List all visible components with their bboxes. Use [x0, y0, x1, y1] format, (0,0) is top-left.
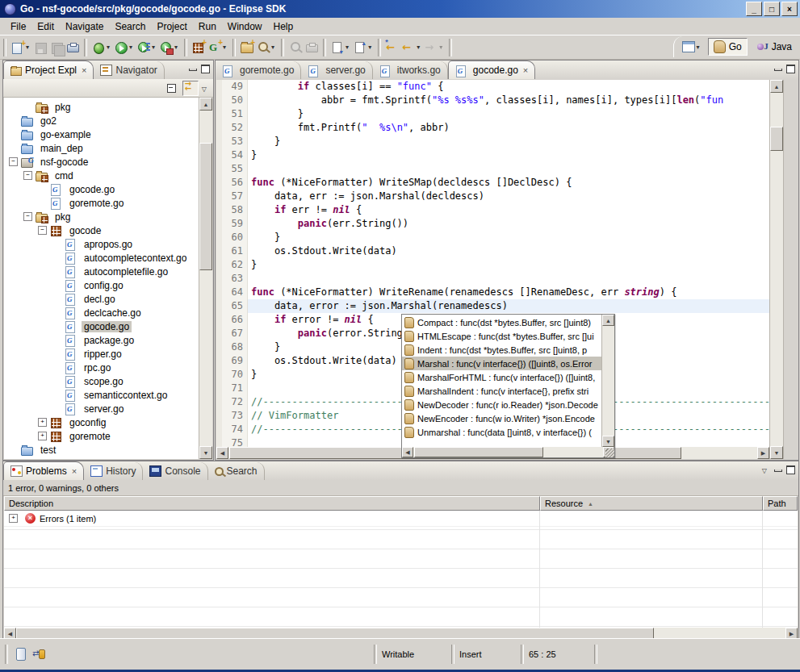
tree-item-server.go[interactable]: server.go [4, 402, 199, 415]
tree-item-rpc.go[interactable]: rpc.go [4, 361, 199, 374]
menu-item-run[interactable]: Run [193, 19, 222, 34]
scroll-left-arrow[interactable]: ◀ [216, 447, 228, 459]
menu-item-project[interactable]: Project [151, 19, 192, 34]
tree-item-autocompletefile.go[interactable]: autocompletefile.go [4, 265, 199, 278]
new-go-element-button[interactable]: G+▾ [207, 38, 229, 57]
chevron-down-icon[interactable]: ▾ [438, 44, 444, 51]
tree-item-apropos.go[interactable]: apropos.go [4, 237, 199, 251]
code-line[interactable]: 49 if classes[i] == "func" { [216, 80, 769, 94]
chevron-down-icon[interactable]: ▾ [128, 44, 134, 51]
tab-history[interactable]: History [84, 462, 143, 480]
tree-item-decl.go[interactable]: decl.go [4, 292, 199, 306]
tree-item-go-example[interactable]: go-example [4, 127, 199, 141]
code-line[interactable]: 54 } [216, 148, 769, 162]
print-button[interactable] [65, 38, 81, 57]
popup-resize-grip[interactable] [605, 449, 614, 457]
tree-item-package.go[interactable]: package.go [4, 333, 199, 347]
tree-item-scope.go[interactable]: scope.go [4, 374, 199, 388]
chevron-down-icon[interactable]: ▾ [344, 44, 350, 51]
code-text[interactable]: fmt.Printf(" %s\n", abbr) [248, 121, 769, 135]
tree-item-gocode[interactable]: − gocode [4, 223, 199, 237]
menu-item-edit[interactable]: Edit [31, 19, 60, 34]
tree-expander[interactable]: − [23, 212, 32, 221]
collapse-all-button[interactable] [165, 81, 179, 95]
code-text[interactable] [248, 162, 769, 176]
view-menu-button[interactable]: ▽ [762, 465, 767, 474]
chevron-down-icon[interactable]: ▾ [173, 44, 179, 51]
perspective-go-button[interactable]: Go [708, 38, 748, 56]
link-with-editor-button[interactable] [182, 81, 199, 96]
completion-item[interactable]: NewEncoder : func(w io.Writer) *json.Enc… [402, 411, 601, 425]
tab-console[interactable]: Console [143, 462, 207, 480]
column-header-path[interactable]: Path [763, 496, 798, 511]
code-text[interactable]: data, error := json.Marshal(renamedescs) [248, 299, 769, 313]
code-line[interactable]: 57 data, err := json.Marshal(decldescs) [216, 190, 769, 203]
tab-search[interactable]: Search [208, 462, 265, 480]
maximize-editor-button[interactable] [785, 64, 796, 73]
tree-item-goremote.go[interactable]: goremote.go [4, 196, 199, 210]
chevron-down-icon[interactable]: ▾ [415, 44, 421, 51]
tab-project-explorer[interactable]: Project Expl × [3, 61, 94, 79]
menu-item-help[interactable]: Help [268, 19, 299, 34]
tree-item-gocode.go[interactable]: gocode.go [4, 319, 199, 333]
code-line[interactable]: 64 func (*NiceFormatter) WriteRename(ren… [216, 286, 769, 299]
code-text[interactable]: } [248, 135, 769, 148]
completion-item[interactable]: Compact : func(dst *bytes.Buffer, src []… [402, 315, 601, 329]
tab-problems[interactable]: Problems × [3, 461, 84, 480]
tree-item-gocode.go[interactable]: gocode.go [4, 182, 199, 196]
scrollbar-thumb[interactable] [414, 447, 543, 457]
column-header-resource[interactable]: Resource▲ [540, 496, 763, 511]
code-text[interactable]: abbr = fmt.Sprintf("%s %s%s", classes[i]… [248, 94, 769, 107]
scrollbar-thumb[interactable] [199, 143, 212, 270]
tree-item-config.go[interactable]: config.go [4, 278, 199, 292]
tree-item-test[interactable]: test [4, 443, 199, 457]
problems-row[interactable]: + × Errors (1 item) [4, 511, 798, 527]
chevron-down-icon[interactable]: ▾ [150, 44, 157, 51]
fast-view-icon[interactable] [16, 648, 26, 661]
tree-expander[interactable]: + [38, 418, 47, 427]
tree-item-nsf-gocode[interactable]: − nsf-gocode [4, 155, 199, 169]
debug-button[interactable]: ▾ [90, 38, 113, 57]
code-line[interactable]: 51 } [216, 107, 769, 121]
scroll-down-arrow[interactable]: ▼ [770, 446, 783, 459]
perspective-java-button[interactable]: Java [752, 40, 797, 54]
menu-item-navigate[interactable]: Navigate [60, 19, 109, 34]
tree-item-semanticcontext.go[interactable]: semanticcontext.go [4, 388, 199, 402]
maximize-view-button[interactable] [200, 64, 211, 73]
code-text[interactable]: } [248, 231, 769, 244]
code-text[interactable]: } [248, 258, 769, 272]
tree-item-autocompletecontext.go[interactable]: autocompletecontext.go [4, 251, 199, 265]
editor-tab-server.go[interactable]: server.go [301, 61, 372, 79]
code-line[interactable]: 60 } [216, 231, 769, 244]
code-text[interactable]: } [248, 107, 769, 121]
code-line[interactable]: 53 } [216, 135, 769, 148]
minimize-editor-button[interactable] [773, 64, 783, 73]
run-history-button[interactable]: ▾ [136, 38, 158, 57]
tree-item-cmd[interactable]: − cmd [4, 169, 199, 182]
new-go-package-button[interactable]: + [191, 38, 207, 57]
view-menu-button[interactable]: ▽ [202, 83, 207, 93]
code-text[interactable]: func (*NiceFormatter) WriteRename(rename… [248, 286, 769, 299]
maximize-window-button[interactable]: □ [764, 2, 780, 16]
tree-item-pkg[interactable]: pkg [4, 100, 199, 114]
menu-item-window[interactable]: Window [222, 19, 268, 34]
tree-item-pkg[interactable]: − pkg [4, 210, 199, 223]
scroll-right-arrow[interactable]: ▶ [757, 447, 769, 459]
completion-item[interactable]: Indent : func(dst *bytes.Buffer, src []u… [402, 343, 601, 357]
scroll-left-arrow[interactable]: ◀ [402, 447, 413, 457]
code-text[interactable]: func (*NiceFormatter) WriteSMap(decldesc… [248, 176, 769, 190]
chevron-down-icon[interactable]: ▾ [270, 44, 276, 51]
back-button[interactable]: ←▾ [400, 38, 423, 57]
chevron-down-icon[interactable]: ▾ [105, 44, 111, 51]
completion-item[interactable]: MarshalForHTML : func(v interface{}) ([]… [402, 370, 601, 384]
column-header-description[interactable]: Description [4, 496, 540, 511]
close-icon[interactable]: × [80, 65, 86, 75]
code-line[interactable]: 58 if err != nil { [216, 203, 769, 217]
completion-item[interactable]: NewDecoder : func(r io.Reader) *json.Dec… [402, 398, 601, 411]
code-line[interactable]: 62 } [216, 258, 769, 272]
code-line[interactable]: 50 abbr = fmt.Sprintf("%s %s%s", classes… [216, 94, 769, 107]
completion-item[interactable]: MarshalIndent : func(v interface{}, pref… [402, 384, 601, 398]
search-button[interactable]: ▾ [255, 38, 278, 57]
scroll-up-arrow[interactable]: ▲ [199, 98, 212, 111]
chevron-down-icon[interactable]: ▾ [366, 44, 373, 51]
